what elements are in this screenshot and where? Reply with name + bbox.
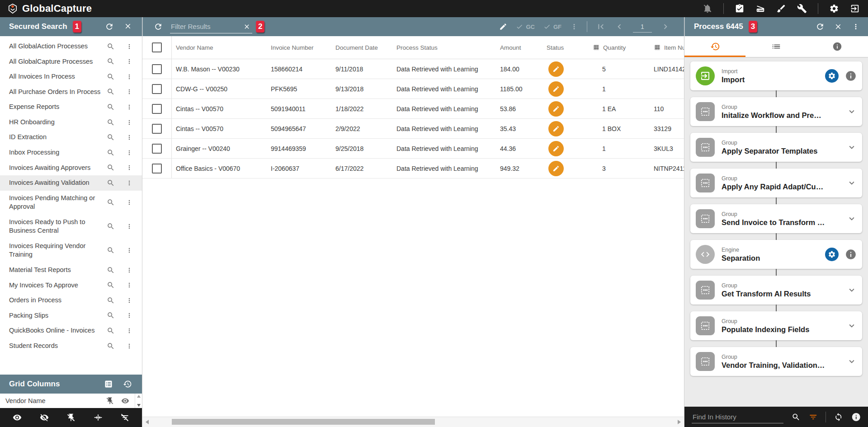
col-document-date[interactable]: Document Date (335, 44, 396, 51)
refresh-results-icon[interactable] (154, 22, 163, 31)
search-icon[interactable] (107, 133, 115, 141)
row-checkbox[interactable] (152, 164, 162, 174)
kebab-menu-icon[interactable] (126, 179, 133, 187)
search-icon[interactable] (107, 246, 115, 254)
workflow-node-group[interactable]: Group Send Invoice to Transform … (690, 204, 862, 233)
scroll-up-arrow[interactable] (137, 395, 141, 398)
scroll-left-arrow[interactable] (146, 420, 149, 424)
close-icon[interactable] (124, 22, 132, 30)
kebab-menu-icon[interactable] (126, 119, 133, 126)
search-icon[interactable] (107, 179, 115, 187)
kebab-menu-icon[interactable] (126, 343, 133, 350)
grid-list-icon[interactable] (104, 380, 113, 389)
chevron-down-icon[interactable] (847, 178, 857, 188)
tab-history[interactable] (684, 36, 745, 57)
sidebar-item-invoices-ready-push-bc[interactable]: Invoices Ready to Push to Business Centr… (0, 215, 142, 239)
first-page-icon[interactable] (596, 22, 606, 32)
search-icon[interactable] (107, 342, 115, 350)
workflow-node-group[interactable]: Group Initalize Workflow and Pre… (690, 97, 862, 126)
search-icon[interactable] (107, 88, 115, 96)
chevron-down-icon[interactable] (847, 285, 857, 295)
sidebar-item-quickbooks-online-invoices[interactable]: QuickBooks Online - Invoices (0, 323, 142, 338)
clear-filters-icon[interactable] (120, 413, 129, 422)
col-process-status[interactable]: Process Status (396, 44, 500, 51)
node-info-button[interactable] (845, 70, 857, 82)
table-row[interactable]: Grainger -- V00240 9914469359 9/25/2018 … (142, 139, 684, 159)
status-edit-icon[interactable] (548, 141, 564, 156)
scroll-down-arrow[interactable] (137, 404, 141, 407)
sync-icon[interactable] (834, 413, 843, 422)
grid-column-row-vendor-name[interactable]: Vendor Name (0, 394, 142, 408)
kebab-menu-icon[interactable] (126, 282, 133, 289)
workflow-node-group[interactable]: Group Apply Separator Templates (690, 133, 862, 162)
filter-funnel-icon[interactable] (809, 413, 818, 422)
sidebar-item-all-invoices-in-process[interactable]: All Invoices In Process (0, 69, 142, 84)
select-all-checkbox[interactable] (152, 42, 162, 52)
table-row[interactable]: Office Basics - V00670 I-2060637 6/17/20… (142, 159, 684, 178)
sidebar-item-material-test-reports[interactable]: Material Test Reports (0, 263, 142, 278)
search-icon[interactable] (107, 266, 115, 274)
kebab-menu-icon[interactable] (126, 297, 133, 304)
show-all-eye-icon[interactable] (13, 413, 22, 422)
search-icon[interactable] (107, 327, 115, 335)
node-settings-button[interactable] (825, 248, 839, 261)
search-icon[interactable] (107, 296, 115, 305)
table-row[interactable]: W.B. Mason -- V00230 158660214 9/11/2018… (142, 59, 684, 79)
mini-scrollbar[interactable] (135, 394, 142, 408)
gf-toggle[interactable]: GF (543, 23, 561, 30)
sidebar-item-all-globalcapture-processes[interactable]: All GlobalCapture Processes (0, 54, 142, 70)
pin-off-icon[interactable] (106, 397, 114, 405)
tab-info[interactable] (807, 36, 868, 57)
search-icon[interactable] (107, 103, 115, 111)
col-quantity[interactable]: Quantity (588, 44, 649, 51)
workflow-node-group[interactable]: Group Get Transform AI Results (690, 276, 862, 305)
page-number-input[interactable] (633, 21, 652, 33)
hide-all-eye-off-icon[interactable] (40, 413, 49, 422)
search-icon[interactable] (107, 73, 115, 81)
node-info-button[interactable] (845, 249, 857, 260)
kebab-menu-icon[interactable] (126, 43, 133, 50)
chevron-down-icon[interactable] (847, 107, 857, 117)
search-icon[interactable] (792, 413, 801, 422)
chevron-down-icon[interactable] (847, 142, 857, 152)
col-vendor-name[interactable]: Vendor Name (172, 44, 271, 51)
chevron-down-icon[interactable] (847, 357, 857, 366)
col-amount[interactable]: Amount (500, 44, 543, 51)
chevron-down-icon[interactable] (847, 321, 857, 331)
previous-page-icon[interactable] (614, 22, 624, 32)
sidebar-item-invoices-awaiting-approvers[interactable]: Invoices Awaiting Approvers (0, 160, 142, 176)
edit-pencil-icon[interactable] (499, 23, 507, 31)
search-icon[interactable] (107, 222, 115, 230)
sidebar-item-invoices-awaiting-validation[interactable]: Invoices Awaiting Validation (0, 175, 142, 191)
tasks-clipboard-icon[interactable] (735, 4, 745, 14)
workflow-node-engine[interactable]: Engine Separation (690, 240, 862, 269)
table-row[interactable]: Cintas -- V00570 5094965647 2/9/2022 Dat… (142, 119, 684, 139)
sidebar-item-orders-in-process[interactable]: Orders in Process (0, 293, 142, 308)
kebab-menu-icon[interactable] (126, 164, 133, 171)
kebab-menu-icon[interactable] (126, 247, 133, 254)
workflow-node-group[interactable]: Group Apply Any Rapid Adapt/Cu… (690, 169, 862, 197)
col-status[interactable]: Status (543, 44, 588, 51)
workflow-node-group[interactable]: Group Populate Indexing Fields (690, 311, 862, 340)
find-in-history-input[interactable] (692, 410, 783, 423)
kebab-menu-icon[interactable] (570, 23, 578, 31)
row-checkbox[interactable] (152, 104, 162, 114)
search-icon[interactable] (107, 149, 115, 157)
kebab-menu-icon[interactable] (126, 312, 133, 319)
search-icon[interactable] (107, 118, 115, 127)
refresh-icon[interactable] (816, 22, 825, 31)
next-page-icon[interactable] (660, 22, 670, 32)
row-checkbox[interactable] (152, 144, 162, 154)
sidebar-item-packing-slips[interactable]: Packing Slips (0, 308, 142, 324)
sidebar-item-expense-reports[interactable]: Expense Reports (0, 99, 142, 115)
marker-icon[interactable] (776, 4, 786, 14)
notifications-off-icon[interactable] (703, 4, 712, 14)
table-row[interactable]: Cintas -- V00570 5091940011 1/18/2022 Da… (142, 99, 684, 119)
row-checkbox[interactable] (152, 124, 162, 134)
tab-steps-list[interactable] (745, 36, 807, 57)
info-icon[interactable] (851, 412, 861, 422)
kebab-menu-icon[interactable] (126, 199, 133, 206)
wrench-icon[interactable] (797, 4, 807, 14)
close-icon[interactable] (834, 23, 842, 31)
scanner-icon[interactable] (755, 4, 765, 14)
